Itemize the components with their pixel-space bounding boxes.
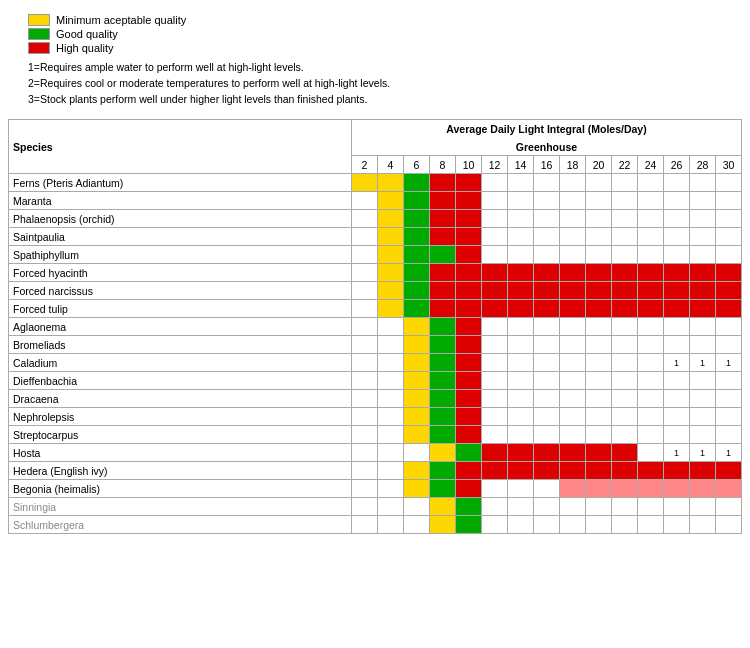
data-cell	[664, 246, 690, 264]
data-cell	[638, 210, 664, 228]
data-cell	[560, 174, 586, 192]
col-number-header: 24	[638, 156, 664, 174]
data-cell	[612, 282, 638, 300]
data-cell	[716, 336, 742, 354]
species-name: Bromeliads	[9, 336, 352, 354]
table-row: Spathiphyllum	[9, 246, 742, 264]
data-cell	[612, 462, 638, 480]
greenhouse-header: Greenhouse	[352, 138, 742, 156]
data-cell	[482, 462, 508, 480]
data-cell	[664, 480, 690, 498]
data-cell	[482, 372, 508, 390]
page-wrapper: Minimum aceptable qualityGood qualityHig…	[8, 8, 742, 534]
data-cell	[378, 318, 404, 336]
data-cell	[456, 372, 482, 390]
data-cell	[716, 300, 742, 318]
data-cell	[690, 228, 716, 246]
data-cell	[690, 372, 716, 390]
data-cell	[690, 192, 716, 210]
data-cell	[690, 282, 716, 300]
species-name: Hosta	[9, 444, 352, 462]
data-cell	[664, 192, 690, 210]
table-row: Saintpaulia	[9, 228, 742, 246]
data-cell	[716, 498, 742, 516]
note-line: 1=Requires ample water to perform well a…	[28, 60, 390, 76]
data-cell	[716, 174, 742, 192]
table-row: Forced narcissus	[9, 282, 742, 300]
data-cell	[430, 390, 456, 408]
data-cell	[404, 444, 430, 462]
species-name: Forced narcissus	[9, 282, 352, 300]
data-cell	[690, 426, 716, 444]
data-cell	[664, 372, 690, 390]
legend-item: Minimum aceptable quality	[28, 14, 390, 26]
data-cell	[482, 192, 508, 210]
species-name: Forced hyacinth	[9, 264, 352, 282]
data-cell	[690, 462, 716, 480]
legend-color-box	[28, 28, 50, 40]
data-cell	[716, 192, 742, 210]
data-cell	[482, 390, 508, 408]
data-cell	[664, 462, 690, 480]
data-cell	[534, 372, 560, 390]
data-cell	[716, 408, 742, 426]
data-cell	[560, 516, 586, 534]
data-cell	[664, 300, 690, 318]
data-cell: 1	[716, 354, 742, 372]
data-cell	[430, 300, 456, 318]
data-cell	[430, 282, 456, 300]
data-cell	[508, 336, 534, 354]
data-cell	[638, 390, 664, 408]
table-row: Sinningia	[9, 498, 742, 516]
top-row: Minimum aceptable qualityGood qualityHig…	[8, 8, 742, 115]
data-cell	[352, 228, 378, 246]
data-cell	[456, 516, 482, 534]
col-number-header: 30	[716, 156, 742, 174]
legend-color-box	[28, 14, 50, 26]
species-name: Phalaenopsis (orchid)	[9, 210, 352, 228]
data-cell	[430, 372, 456, 390]
data-cell: 1	[690, 354, 716, 372]
data-cell	[586, 354, 612, 372]
species-name: Schlumbergera	[9, 516, 352, 534]
data-cell	[612, 444, 638, 462]
legend-label: Minimum aceptable quality	[56, 14, 186, 26]
data-cell	[404, 300, 430, 318]
data-cell	[560, 264, 586, 282]
data-cell	[638, 516, 664, 534]
data-cell	[534, 462, 560, 480]
data-cell	[560, 408, 586, 426]
data-cell	[586, 282, 612, 300]
data-cell	[638, 228, 664, 246]
data-cell	[482, 282, 508, 300]
data-cell	[378, 426, 404, 444]
data-cell	[352, 246, 378, 264]
data-cell	[690, 408, 716, 426]
data-cell	[378, 462, 404, 480]
data-cell	[612, 300, 638, 318]
data-cell	[638, 246, 664, 264]
data-cell	[664, 174, 690, 192]
data-cell	[456, 282, 482, 300]
data-cell	[508, 426, 534, 444]
data-cell	[456, 462, 482, 480]
data-cell	[612, 228, 638, 246]
data-cell	[560, 462, 586, 480]
data-cell	[560, 282, 586, 300]
data-cell	[560, 354, 586, 372]
data-cell	[508, 444, 534, 462]
data-cell	[534, 174, 560, 192]
data-cell	[482, 354, 508, 372]
data-cell	[534, 246, 560, 264]
data-cell	[482, 516, 508, 534]
data-cell	[430, 210, 456, 228]
data-cell	[430, 498, 456, 516]
data-cell	[716, 390, 742, 408]
data-cell	[534, 354, 560, 372]
data-cell	[430, 480, 456, 498]
data-cell	[404, 318, 430, 336]
data-cell	[638, 354, 664, 372]
species-name: Dracaena	[9, 390, 352, 408]
data-cell	[534, 444, 560, 462]
data-cell	[638, 264, 664, 282]
